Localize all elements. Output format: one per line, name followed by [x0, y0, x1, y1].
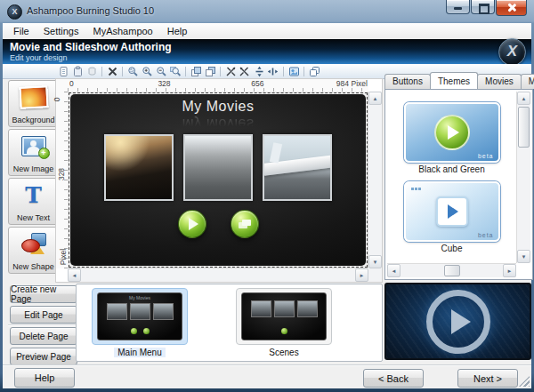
photo-thumbnail-sunset[interactable] [104, 134, 174, 201]
tab-music[interactable]: Music [521, 74, 534, 89]
scroll-down-icon[interactable]: ▼ [368, 255, 382, 268]
close-button[interactable] [496, 0, 527, 16]
menu-play-button[interactable] [178, 210, 206, 238]
vruler-unit: Pixel [59, 249, 68, 265]
scroll-right-icon[interactable]: ► [503, 264, 516, 277]
resize-grip[interactable] [519, 376, 530, 387]
scrollbar-corner [368, 268, 382, 282]
background-button[interactable]: Background [8, 80, 59, 127]
themes-horizontal-scrollbar[interactable]: ◄ ► [387, 263, 516, 277]
theme-preview[interactable] [384, 283, 531, 360]
new-image-label: New Image [13, 164, 54, 173]
delete-icon[interactable] [106, 65, 118, 77]
vertical-ruler: 0 328 Pixel [56, 92, 69, 268]
create-new-page-button[interactable]: Create new Page [10, 285, 77, 303]
menu-design[interactable]: My Movies My Movies [70, 94, 366, 266]
zoom-selection-icon[interactable] [169, 65, 182, 77]
app-window: X Ashampoo Burning Studio 10 File Settin… [0, 0, 534, 392]
page-card [236, 288, 332, 345]
maximize-button[interactable] [471, 0, 495, 14]
page-paste-icon[interactable] [57, 65, 69, 77]
themes-list: beta Black and Green beta Cube [387, 92, 516, 263]
green-play-icon [434, 115, 470, 150]
tab-movies[interactable]: Movies [477, 74, 522, 89]
new-shape-label: New Shape [12, 262, 54, 271]
main-menu-thumbnail[interactable]: My Movies [97, 292, 182, 340]
insert-image-icon[interactable] [287, 65, 300, 77]
help-button[interactable]: Help [14, 368, 75, 388]
hruler-unit: Pixel [352, 79, 368, 88]
menu-file[interactable]: File [6, 24, 36, 38]
beta-badge: beta [478, 232, 494, 238]
menu-bar: File Settings MyAshampoo Help [3, 23, 531, 40]
scroll-right-icon[interactable]: ► [355, 268, 368, 282]
scroll-up-icon[interactable]: ▲ [368, 92, 382, 105]
minimize-button[interactable] [446, 0, 470, 14]
menu-help[interactable]: Help [160, 24, 195, 38]
page-name: Main Menu [91, 348, 189, 357]
toolbar-separator [101, 67, 102, 76]
flip-horizontal-icon[interactable] [224, 65, 237, 77]
page-subtitle: Edit your design [10, 53, 68, 62]
scrollbar-thumb[interactable] [444, 265, 460, 276]
theme-item-cube[interactable]: beta [404, 181, 500, 242]
new-text-button[interactable]: T New Text [8, 178, 59, 225]
mini-title: My Movies [98, 295, 182, 300]
back-button[interactable]: < Back [363, 369, 424, 388]
zoom-fit-icon[interactable] [126, 65, 139, 77]
scroll-left-icon[interactable]: ◄ [68, 268, 81, 282]
zoom-out-icon[interactable] [155, 65, 167, 77]
tab-buttons[interactable]: Buttons [384, 74, 431, 89]
preview-page-button[interactable]: Preview Page [10, 348, 77, 365]
duplicate-icon[interactable] [308, 65, 320, 77]
window-title: Ashampoo Burning Studio 10 [27, 5, 154, 16]
themes-vertical-scrollbar[interactable]: ▲ ▼ [516, 92, 530, 263]
scroll-left-icon[interactable]: ◄ [387, 264, 400, 277]
canvas-vertical-scrollbar[interactable]: ▲ ▼ [368, 92, 382, 268]
toolbar-separator [220, 67, 221, 76]
vruler-tick: 0 [53, 98, 61, 102]
center-horizontal-icon[interactable] [267, 65, 279, 77]
theme-name: Cube [387, 244, 516, 253]
menu-settings[interactable]: Settings [36, 24, 86, 38]
photo-thumbnail-canyon[interactable] [183, 134, 253, 201]
theme-item-black-and-green[interactable]: beta [404, 102, 500, 163]
clipboard-paste-icon[interactable] [71, 65, 84, 77]
new-image-button[interactable]: + New Image [8, 129, 59, 176]
edit-page-button[interactable]: Edit Page [10, 306, 77, 324]
page-item-scenes[interactable]: Scenes [235, 288, 333, 357]
page-item-main-menu[interactable]: My Movies Main Menu [91, 288, 189, 357]
scenes-thumbnail[interactable] [241, 292, 327, 340]
vruler-tick: 328 [57, 168, 66, 180]
tab-themes[interactable]: Themes [430, 72, 478, 89]
hruler-tick: 0 [69, 79, 74, 88]
menu-scenes-button[interactable] [231, 210, 259, 238]
play-icon [189, 218, 198, 230]
scrollbar-thumb[interactable] [518, 107, 530, 148]
title-bar[interactable]: X Ashampoo Burning Studio 10 [0, 0, 534, 23]
scenes-icon [239, 220, 251, 229]
horizontal-ruler: 0 328 656 984 Pixel [68, 79, 368, 92]
delete-page-button[interactable]: Delete Page [10, 327, 77, 345]
send-to-back-icon[interactable] [204, 65, 216, 77]
new-text-icon: T [9, 182, 58, 207]
photo-thumbnail-airplane[interactable] [263, 134, 332, 201]
scroll-up-icon[interactable]: ▲ [517, 92, 530, 105]
canvas-viewport[interactable]: My Movies My Movies [68, 92, 368, 268]
scroll-down-icon[interactable]: ▼ [517, 250, 530, 263]
center-vertical-icon[interactable] [253, 65, 265, 77]
hruler-tick: 984 [336, 79, 349, 88]
divider [8, 324, 76, 325]
menu-myashampoo[interactable]: MyAshampoo [85, 24, 159, 38]
canvas-horizontal-scrollbar[interactable]: ◄ ► [68, 268, 368, 282]
new-shape-button[interactable]: New Shape [8, 227, 59, 274]
flip-vertical-icon[interactable] [239, 65, 251, 77]
bring-to-front-icon[interactable] [190, 65, 202, 77]
cube-play-icon [436, 196, 468, 227]
ashampoo-logo-icon: X [498, 38, 526, 66]
next-button[interactable]: Next > [457, 369, 518, 388]
design-title[interactable]: My Movies [70, 99, 366, 115]
zoom-in-icon[interactable] [141, 65, 153, 77]
close-icon [506, 3, 516, 12]
paste-disabled-icon[interactable] [85, 65, 98, 77]
